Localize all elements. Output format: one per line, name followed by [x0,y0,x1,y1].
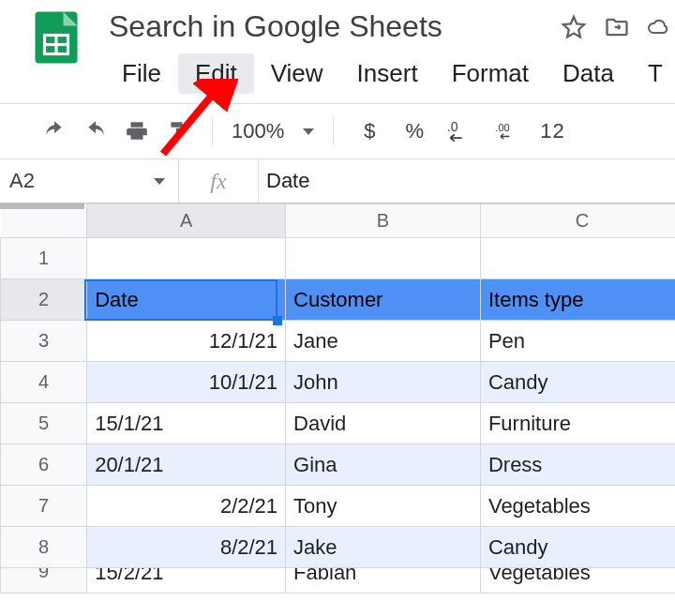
cell[interactable]: Gina [286,444,481,486]
cell[interactable]: Jake [286,527,481,568]
cell[interactable]: Tony [286,486,481,527]
cell[interactable]: 15/1/21 [87,403,286,444]
dropdown-caret-icon [154,178,165,185]
decrease-decimal-button[interactable]: .0 [437,111,482,152]
formula-bar-value[interactable]: Date [259,169,309,193]
cell[interactable]: Vegetables [480,486,675,527]
row-header[interactable]: 7 [1,486,87,527]
cell[interactable] [480,238,675,279]
redo-button[interactable] [75,111,116,152]
fx-label: fx [179,169,258,194]
cell[interactable]: Pen [480,321,675,362]
column-header-C[interactable]: C [480,204,675,238]
cell[interactable]: Vegetables [480,568,675,593]
undo-button[interactable] [34,111,75,152]
move-to-folder-icon[interactable] [604,11,630,43]
row-header[interactable]: 9 [1,568,87,593]
cell[interactable]: 8/2/21 [87,527,286,568]
svg-text:.00: .00 [496,122,510,133]
column-header-A[interactable]: A [87,204,286,238]
cell[interactable]: 2/2/21 [87,486,286,527]
cell[interactable]: 15/2/21 [87,568,286,593]
svg-text:.0: .0 [447,119,458,134]
zoom-dropdown[interactable]: 100% [226,119,320,143]
row-header[interactable]: 8 [1,527,87,568]
print-button[interactable] [116,111,158,152]
increase-decimal-button[interactable]: .00 [482,111,534,152]
cell[interactable]: Customer [286,279,481,321]
row-header[interactable]: 5 [1,403,87,444]
format-currency-button[interactable]: $ [347,111,392,152]
cell[interactable]: Furniture [480,403,675,444]
menu-data[interactable]: Data [546,53,631,94]
spreadsheet-grid[interactable]: A B C 1 2 Date Customer Items type 3 12/… [0,203,675,593]
cell[interactable]: Fabian [286,568,481,593]
menu-file[interactable]: File [105,53,178,94]
menu-format[interactable]: Format [435,53,546,94]
cell[interactable]: Date [87,279,286,321]
row-header[interactable]: 3 [1,321,87,362]
zoom-value: 100% [232,119,284,143]
dropdown-caret-icon [303,128,314,135]
star-icon[interactable] [561,11,587,43]
format-percent-button[interactable]: % [392,111,437,152]
menu-tools-partial[interactable]: T [631,53,667,94]
cell[interactable]: Items type [480,279,675,321]
row-header[interactable]: 2 [1,279,87,321]
row-header[interactable]: 6 [1,444,87,486]
cell[interactable]: David [286,403,481,444]
row-header[interactable]: 1 [1,238,87,279]
cell[interactable]: Candy [480,362,675,403]
cell[interactable] [87,238,286,279]
row-header[interactable]: 4 [1,362,87,403]
cell[interactable]: Dress [480,444,675,486]
menu-edit[interactable]: Edit [178,53,254,94]
format-123-button[interactable]: 12 [534,119,570,143]
cell[interactable]: Jane [286,321,481,362]
name-box[interactable]: A2 [0,169,178,193]
cell[interactable]: 10/1/21 [87,362,286,403]
cell[interactable]: John [286,362,481,403]
cell[interactable]: 12/1/21 [87,321,286,362]
document-title[interactable]: Search in Google Sheets [109,9,442,44]
column-header-B[interactable]: B [286,204,481,238]
menu-insert[interactable]: Insert [340,53,435,94]
cell[interactable]: Candy [480,527,675,568]
cell[interactable] [286,238,481,279]
name-box-value: A2 [9,169,35,193]
menu-view[interactable]: View [254,53,340,94]
sheets-logo-icon[interactable] [28,9,84,66]
cloud-status-icon[interactable] [647,11,669,43]
cell[interactable]: 20/1/21 [87,444,286,486]
paint-format-button[interactable] [158,111,199,152]
